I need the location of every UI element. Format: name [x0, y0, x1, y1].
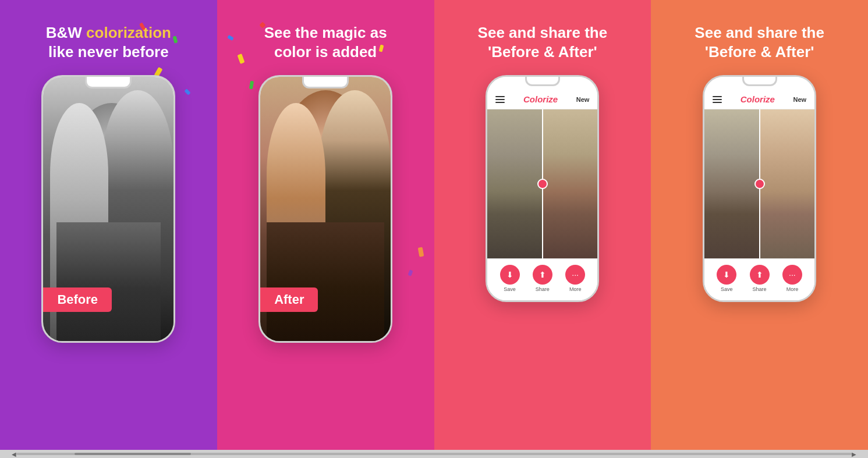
panel-4-app-screen: Colorize New	[704, 77, 814, 300]
scroll-left-arrow[interactable]: ◀	[12, 451, 16, 457]
panel-2-phone: After	[258, 75, 392, 343]
panel-3-action-bar: ⬇ Save ⬆ Share ··· More	[487, 258, 597, 300]
panel-4: See and share the 'Before & After' Color…	[651, 0, 868, 450]
scrollbar[interactable]: ◀ ▶	[0, 450, 868, 458]
save-btn-3[interactable]: ⬇ Save	[500, 265, 520, 292]
bw-groom	[102, 90, 173, 341]
panel-3-split-photo	[487, 109, 597, 258]
confetti-p2-3	[249, 81, 253, 90]
panel-2-title-line1: See the magic as	[264, 24, 387, 41]
panel-1-phone-screen: Before	[43, 77, 173, 341]
save-label-3: Save	[504, 286, 516, 292]
app-title-4: Colorize	[741, 94, 775, 104]
phone-3-notch	[525, 77, 560, 86]
panel-3-title-line1: See and share the	[478, 24, 608, 41]
panel-2-phone-container: After	[258, 75, 392, 438]
panel-3-phone: Colorize New	[486, 75, 599, 302]
split-handle-4[interactable]	[754, 179, 765, 189]
split-handle-3[interactable]	[537, 179, 548, 189]
more-btn-3[interactable]: ··· More	[565, 265, 585, 292]
panel-3: See and share the 'Before & After' Color…	[434, 0, 651, 450]
confetti-p2-7	[408, 269, 413, 276]
panel-1-highlight: colorization	[86, 24, 171, 41]
more-btn-4[interactable]: ··· More	[782, 265, 802, 292]
panel-3-title-line2: 'Before & After'	[488, 43, 597, 61]
hamburger-line-3	[495, 102, 505, 103]
panel-2-title: See the magic as color is added	[264, 23, 387, 61]
split-left-3	[487, 109, 543, 258]
panel-4-split-photo	[704, 109, 814, 258]
child-color-3	[543, 109, 598, 258]
panel-3-title: See and share the 'Before & After'	[478, 23, 608, 61]
confetti-p2-6	[418, 247, 424, 257]
panel-1-title: B&W colorization like never before	[46, 23, 171, 61]
share-label-3: Share	[536, 286, 550, 292]
panel-4-phone-container: Colorize New	[703, 75, 816, 438]
child2-bw	[704, 109, 760, 258]
panel-4-title: See and share the 'Before & After'	[695, 23, 824, 61]
panel-2-title-line2: color is added	[274, 43, 377, 61]
panel-2-phone-screen: After	[260, 77, 391, 341]
save-icon-4: ⬇	[717, 265, 736, 285]
color-groom	[319, 90, 391, 341]
panel-4-title-line2: 'Before & After'	[705, 43, 814, 61]
panel-3-app-screen: Colorize New	[487, 77, 597, 300]
save-icon-3: ⬇	[500, 265, 520, 285]
share-icon-4: ⬆	[750, 265, 770, 285]
share-btn-3[interactable]: ⬆ Share	[533, 265, 552, 292]
panel-4-action-bar: ⬇ Save ⬆ Share ··· More	[704, 258, 814, 300]
phone-4-notch	[742, 77, 777, 86]
phone-2-notch	[302, 77, 349, 88]
hamburger-line-4-2	[713, 99, 722, 100]
more-icon-3: ···	[565, 265, 585, 285]
scrollbar-thumb[interactable]	[75, 453, 191, 455]
panel-1-title-line2: like never before	[48, 43, 169, 61]
panel-1-phone: Before	[41, 75, 175, 343]
main-content: B&W colorization like never before Befor…	[0, 0, 868, 450]
hamburger-line-2	[495, 99, 505, 100]
child-bw-3	[487, 109, 543, 258]
app-title-3: Colorize	[523, 94, 558, 104]
share-label-4: Share	[753, 286, 767, 292]
save-btn-4[interactable]: ⬇ Save	[717, 265, 736, 292]
scrollbar-track	[16, 453, 852, 455]
app-new-3: New	[576, 96, 590, 103]
panel-3-phone-container: Colorize New	[486, 75, 599, 438]
split-right-3	[543, 109, 598, 258]
more-label-3: More	[569, 286, 582, 292]
panel-1: B&W colorization like never before Befor…	[0, 0, 217, 450]
confetti-2	[173, 35, 178, 43]
hamburger-line-1	[495, 96, 505, 97]
more-icon-4: ···	[782, 265, 802, 285]
split-left-4	[704, 109, 760, 258]
hamburger-icon[interactable]	[495, 96, 505, 103]
more-label-4: More	[786, 286, 799, 292]
share-btn-4[interactable]: ⬆ Share	[750, 265, 770, 292]
hamburger-icon-4[interactable]	[713, 96, 722, 103]
panel-4-title-line1: See and share the	[695, 24, 824, 41]
app-new-4: New	[793, 96, 807, 103]
panel-1-title-text: B&W	[46, 24, 86, 41]
panel-2: See the magic as color is added Aft	[217, 0, 434, 450]
before-label: Before	[43, 287, 112, 312]
save-label-4: Save	[721, 286, 733, 292]
share-icon-3: ⬆	[533, 265, 552, 285]
scroll-right-arrow[interactable]: ▶	[852, 451, 856, 457]
hamburger-line-4-3	[713, 102, 722, 103]
hamburger-line-4-1	[713, 96, 722, 97]
panel-1-phone-container: Before	[41, 75, 175, 438]
confetti-3	[184, 88, 190, 95]
panel-4-phone: Colorize New	[703, 75, 816, 302]
phone-1-notch	[85, 77, 132, 88]
confetti-p2-2	[228, 35, 235, 41]
child2-color	[760, 109, 815, 258]
split-right-4	[760, 109, 815, 258]
after-label: After	[260, 287, 318, 312]
confetti-p2-1	[238, 54, 245, 64]
